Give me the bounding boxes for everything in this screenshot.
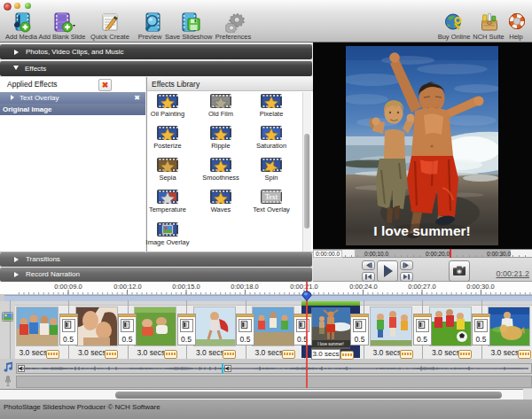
svg-text:0:00:09.0: 0:00:09.0 (54, 283, 82, 291)
svg-text:0:00:12.0: 0:00:12.0 (113, 283, 141, 291)
svg-text:I love summer!: I love summer! (373, 223, 470, 238)
svg-text:0:00:18.0: 0:00:18.0 (231, 283, 258, 291)
svg-text:Text: Text (265, 193, 278, 201)
svg-text:0:00:27.0: 0:00:27.0 (408, 283, 435, 291)
svg-text:0:00:21.0: 0:00:21.0 (290, 283, 317, 291)
svg-text:0:00:15.0: 0:00:15.0 (172, 283, 200, 291)
svg-text:0:00:24.0: 0:00:24.0 (349, 283, 377, 291)
svg-text:I love summer!: I love summer! (317, 342, 344, 346)
svg-text:0:00:30.0: 0:00:30.0 (466, 283, 494, 291)
